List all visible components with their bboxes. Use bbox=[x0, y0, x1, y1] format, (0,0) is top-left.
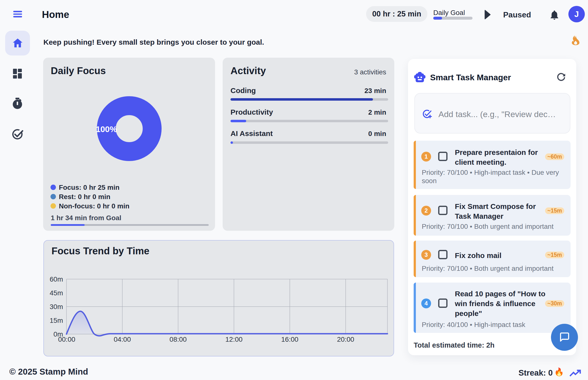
svg-text:15m: 15m bbox=[50, 317, 63, 324]
svg-text:30m: 30m bbox=[50, 303, 63, 310]
svg-text:16:00: 16:00 bbox=[281, 336, 298, 343]
svg-text:60m: 60m bbox=[50, 275, 63, 283]
svg-text:00:00: 00:00 bbox=[58, 336, 75, 343]
svg-text:12:00: 12:00 bbox=[225, 336, 242, 343]
svg-text:04:00: 04:00 bbox=[114, 336, 131, 343]
svg-text:20:00: 20:00 bbox=[337, 336, 354, 343]
svg-text:45m: 45m bbox=[50, 289, 63, 297]
svg-text:08:00: 08:00 bbox=[170, 336, 187, 343]
